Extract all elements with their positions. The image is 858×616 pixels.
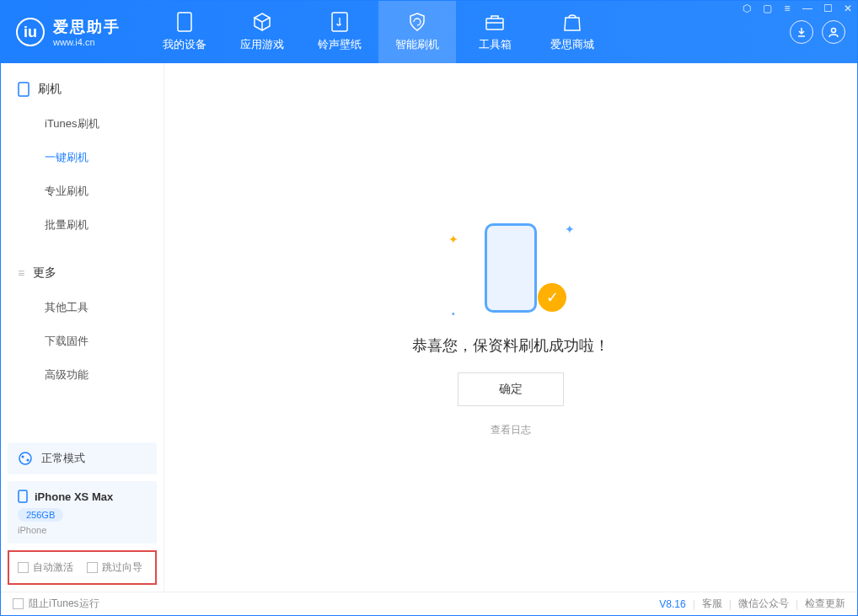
- device-type: iPhone: [18, 525, 147, 535]
- section-title: 更多: [33, 265, 56, 281]
- svg-rect-0: [178, 13, 191, 31]
- svg-rect-8: [19, 490, 27, 502]
- skip-guide-checkbox[interactable]: 跳过向导: [87, 560, 142, 575]
- status-icon: [18, 451, 33, 466]
- status-card[interactable]: 正常模式: [8, 442, 157, 474]
- shield-refresh-icon: [407, 12, 427, 32]
- tab-ringtones[interactable]: 铃声壁纸: [301, 1, 378, 63]
- app-name: 爱思助手: [53, 17, 121, 37]
- tab-label: 铃声壁纸: [318, 37, 362, 52]
- ok-button[interactable]: 确定: [458, 372, 564, 406]
- footer: 阻止iTunes运行 V8.16 | 客服 | 微信公众号 | 检查更新: [1, 592, 857, 615]
- sparkle-icon: ✦: [448, 233, 458, 246]
- svg-point-7: [27, 459, 29, 462]
- sidebar-item-batch-flash[interactable]: 批量刷机: [1, 208, 164, 242]
- device-card[interactable]: iPhone XS Max 256GB iPhone: [8, 481, 157, 544]
- download-button[interactable]: [790, 20, 813, 44]
- tab-apps-games[interactable]: 应用游戏: [223, 1, 301, 63]
- close-button[interactable]: ✕: [838, 0, 858, 17]
- sparkle-icon: ✦: [565, 222, 575, 236]
- tab-flash[interactable]: 智能刷机: [378, 1, 456, 63]
- version-text: V8.16: [659, 598, 685, 610]
- device-phone-icon: [18, 490, 28, 503]
- svg-point-3: [832, 29, 836, 33]
- cube-icon: [252, 12, 272, 32]
- svg-point-5: [19, 453, 31, 464]
- status-text: 正常模式: [41, 451, 85, 466]
- tab-store[interactable]: 爱思商城: [534, 1, 611, 63]
- sidebar-section-flash: 刷机: [1, 78, 164, 100]
- tab-toolbox[interactable]: 工具箱: [456, 1, 534, 63]
- phone-icon: [174, 12, 195, 32]
- sidebar: 刷机 iTunes刷机 一键刷机 专业刷机 批量刷机 ≡ 更多 其他工具 下载固…: [1, 63, 164, 592]
- svg-rect-4: [19, 83, 29, 96]
- tablet-icon[interactable]: ▢: [757, 0, 777, 17]
- sidebar-item-download-firmware[interactable]: 下载固件: [1, 324, 164, 358]
- main-tabs: 我的设备 应用游戏 铃声壁纸 智能刷机 工具箱 爱思商城: [146, 1, 611, 63]
- logo-icon: iu: [16, 18, 45, 46]
- main-content: ✦ ✦ • ✓ 恭喜您，保资料刷机成功啦！ 确定 查看日志: [164, 63, 857, 592]
- minimize-button[interactable]: —: [797, 0, 818, 17]
- list-icon: ≡: [18, 266, 24, 280]
- logo-area: iu 爱思助手 www.i4.cn: [1, 1, 136, 63]
- tab-label: 工具箱: [479, 37, 512, 52]
- options-row: 自动激活 跳过向导: [8, 550, 157, 585]
- section-title: 刷机: [38, 82, 62, 97]
- shirt-icon[interactable]: ⬡: [737, 0, 757, 17]
- success-illustration: ✦ ✦ • ✓: [460, 217, 561, 319]
- toolbox-icon: [485, 12, 505, 32]
- sidebar-item-itunes-flash[interactable]: iTunes刷机: [1, 107, 164, 141]
- bag-icon: [562, 12, 582, 32]
- svg-point-6: [22, 456, 24, 458]
- sidebar-section-more: ≡ 更多: [1, 262, 164, 284]
- tab-label: 智能刷机: [395, 37, 439, 52]
- window-controls: ⬡ ▢ ≡ — ☐ ✕: [737, 0, 858, 17]
- tab-label: 我的设备: [163, 37, 206, 52]
- sidebar-item-onekey-flash[interactable]: 一键刷机: [1, 141, 164, 174]
- svg-rect-2: [486, 19, 503, 29]
- auto-activate-checkbox[interactable]: 自动激活: [18, 560, 73, 575]
- sidebar-item-advanced[interactable]: 高级功能: [1, 358, 164, 392]
- tab-my-device[interactable]: 我的设备: [146, 1, 223, 63]
- update-link[interactable]: 检查更新: [805, 597, 845, 611]
- sparkle-icon: •: [452, 309, 455, 319]
- device-icon: [18, 82, 29, 97]
- check-badge-icon: ✓: [538, 283, 566, 312]
- block-itunes-checkbox[interactable]: 阻止iTunes运行: [13, 597, 99, 611]
- app-url: www.i4.cn: [53, 37, 121, 47]
- music-file-icon: [330, 12, 350, 32]
- success-message: 恭喜您，保资料刷机成功啦！: [412, 335, 609, 356]
- tab-label: 应用游戏: [240, 37, 284, 52]
- account-button[interactable]: [822, 20, 845, 44]
- tab-label: 爱思商城: [550, 37, 594, 52]
- sidebar-item-pro-flash[interactable]: 专业刷机: [1, 174, 164, 208]
- support-link[interactable]: 客服: [702, 597, 722, 611]
- wechat-link[interactable]: 微信公众号: [738, 597, 789, 611]
- menu-icon[interactable]: ≡: [777, 0, 797, 17]
- phone-outline-icon: [485, 223, 537, 313]
- device-name-text: iPhone XS Max: [35, 490, 113, 503]
- sidebar-item-other-tools[interactable]: 其他工具: [1, 291, 164, 324]
- app-header: iu 爱思助手 www.i4.cn 我的设备 应用游戏 铃声壁纸 智能刷机 工具…: [1, 1, 857, 63]
- storage-badge: 256GB: [18, 508, 63, 522]
- view-log-link[interactable]: 查看日志: [491, 423, 531, 437]
- maximize-button[interactable]: ☐: [818, 0, 838, 17]
